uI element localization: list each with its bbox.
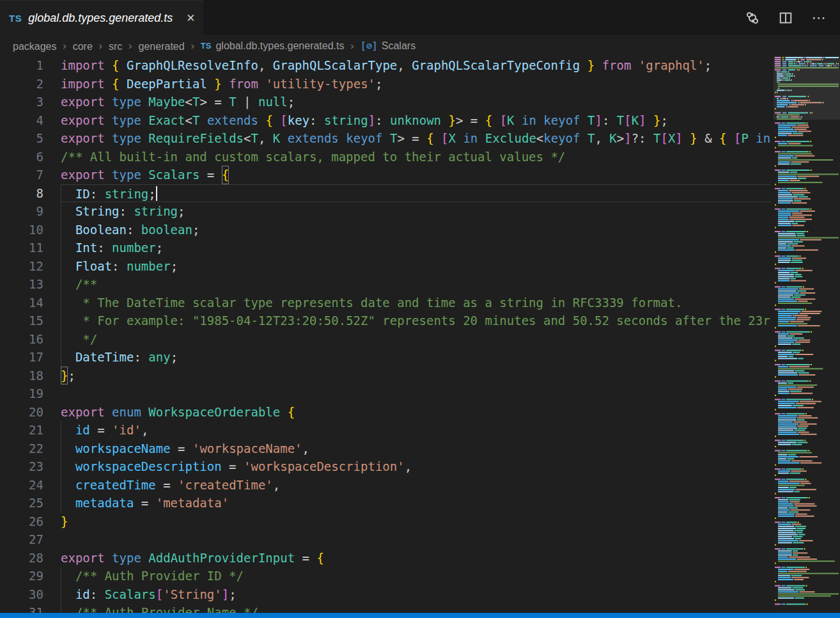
breadcrumb-symbol[interactable]: Scalars [382,40,416,52]
code-token: T [653,129,660,148]
code-token: : [375,111,390,130]
code-token: RequireFields [148,129,244,148]
minimap-canvas [774,56,840,613]
code-line-content: export type Scalars = { [61,166,770,184]
code-token: GraphQLScalarType [273,56,397,75]
split-editor-icon[interactable] [777,10,794,26]
code-line[interactable]: 24 createdTime = 'createdTime', [0,476,770,495]
code-line[interactable]: 26} [0,512,770,531]
code-token: ] [222,585,229,604]
code-line[interactable]: 15 * For example: "1985-04-12T23:20:50.5… [0,312,770,330]
line-number: 6 [0,148,61,166]
more-actions-icon[interactable]: ⋯ [811,10,827,26]
code-line[interactable]: 6/** All built-in and custom scalars, ma… [0,148,770,166]
code-token: ] [675,129,682,148]
code-line[interactable]: 21 id = 'id', [0,421,770,440]
code-token [105,403,112,422]
code-line[interactable]: 14 * The DateTime scalar type represents… [0,294,770,312]
code-line[interactable]: 12 Float: number; [0,257,770,276]
line-number: 1 [0,56,61,75]
code-line[interactable]: 19 [0,384,770,403]
code-line[interactable]: 10 Boolean: boolean; [0,221,770,239]
line-number: 21 [0,421,61,440]
code-line[interactable]: 11 Int: number; [0,239,770,257]
code-token: > = [456,111,485,130]
code-token: in [756,129,770,148]
code-line[interactable]: 7export type Scalars = { [0,166,770,184]
code-token: } [653,111,660,130]
code-token: T [192,93,199,111]
code-token: , [397,56,412,75]
tab-global-db-types[interactable]: TS global.db.types.generated.ts ✕ [0,0,203,35]
code-token: id [75,585,90,604]
code-line-content: */ [61,330,770,349]
code-line-content: } [61,512,770,531]
code-token: : [309,111,324,130]
code-token: export [61,93,105,111]
code-token: : [97,239,112,257]
code-token: ; [156,239,163,257]
code-token [61,330,75,349]
breadcrumb-item-packages[interactable]: packages [13,41,57,52]
tab-close-icon[interactable]: ✕ [183,11,198,26]
code-line[interactable]: 18}; [0,367,770,385]
text-cursor [156,186,157,201]
code-token: , [302,440,309,458]
code-token: import [61,56,105,75]
code-token: < [185,93,192,111]
code-line[interactable]: 3export type Maybe<T> = T | null; [0,93,770,111]
minimap-slider[interactable] [774,56,840,120]
code-token: { [719,129,726,148]
code-token: : [90,585,105,604]
code-line[interactable]: 29 /** Auth Provider ID */ [0,567,770,585]
code-line[interactable]: 2import { DeepPartial } from 'utility-ty… [0,75,770,93]
code-line[interactable]: 9 String: string; [0,202,770,221]
code-line[interactable]: 23 workspaceDescription = 'workspaceDesc… [0,457,770,476]
breadcrumb-item-src[interactable]: src [109,41,122,52]
code-token: metadata [75,494,134,512]
code-line-content: workspaceDescription = 'workspaceDescrip… [61,457,770,476]
code-token: { [485,111,492,130]
code-token [105,75,112,93]
code-line[interactable]: 27 [0,530,770,549]
code-line[interactable]: 28export type AddAuthProviderInput = { [0,549,770,567]
code-token: { [265,111,272,130]
code-token [61,585,75,604]
code-line[interactable]: 31 /** Auth Provider Name */ [0,603,770,613]
code-token [631,56,638,75]
code-line[interactable]: 4export type Exact<T extends { [key: str… [0,111,770,130]
code-token: [ [660,129,667,148]
line-number: 23 [0,457,61,476]
code-line[interactable]: 17 DateTime: any; [0,348,770,367]
code-line[interactable]: 20export enum WorkspaceOrderable { [0,403,770,422]
code-line-content: /** Auth Provider ID */ [61,567,770,585]
code-token: ; [171,257,178,276]
code-line-content: id: Scalars['String']; [61,585,770,604]
code-line[interactable]: 5export type RequireFields<T, K extends … [0,129,770,148]
line-number: 19 [0,384,61,403]
code-token [280,129,287,148]
code-line[interactable]: 1import { GraphQLResolveInfo, GraphQLSca… [0,56,770,75]
chevron-right-icon: › [191,39,195,52]
code-line[interactable]: 25 metadata = 'metadata' [0,494,770,512]
code-line[interactable]: 22 workspaceName = 'workspaceName', [0,440,770,458]
breadcrumb-file[interactable]: global.db.types.generated.ts [215,40,344,52]
code-token: WorkspaceOrderable [148,403,280,422]
code-token [478,129,485,148]
code-area[interactable]: 1import { GraphQLResolveInfo, GraphQLSca… [0,56,770,613]
compare-changes-icon[interactable] [744,10,761,26]
code-line[interactable]: 30 id: Scalars['String']; [0,585,770,604]
code-line[interactable]: 16 */ [0,330,770,349]
code-token: /** Auth Provider Name */ [75,603,258,613]
code-line[interactable]: 13 /** [0,275,770,294]
code-token: 'metadata' [156,494,229,512]
code-token: | [237,93,258,111]
code-token: : [120,202,134,221]
code-token [61,567,75,585]
code-line[interactable]: 8 ID: string; [0,184,770,203]
code-token [749,129,756,148]
breadcrumb-item-core[interactable]: core [73,41,93,52]
minimap[interactable] [774,56,840,613]
breadcrumb-item-generated[interactable]: generated [139,41,185,52]
code-token [141,111,148,130]
